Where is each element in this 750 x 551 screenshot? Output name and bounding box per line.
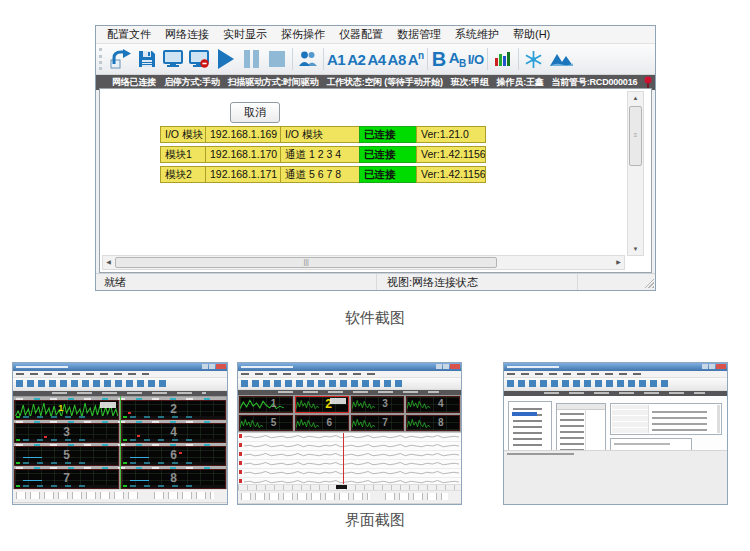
view-an-button[interactable]: An [407, 51, 425, 68]
status-text-chips [544, 392, 705, 394]
thumbnail-config-screen [503, 362, 728, 505]
gate-info-box [100, 402, 116, 408]
view-a4-button[interactable]: A4 [366, 51, 386, 68]
menu-flaw-operation[interactable]: 探伤操作 [274, 27, 332, 42]
cell-channels: 通道 1 2 3 4 [280, 146, 360, 163]
trace-row [238, 433, 461, 442]
scroll-up-arrow[interactable]: ▲ [628, 92, 643, 104]
view-a8-button[interactable]: A8 [387, 51, 407, 68]
thumb1-channel-grid: 1 2 3 4 5 [13, 396, 227, 489]
users-glyph [297, 50, 319, 68]
center-divider-line [120, 396, 121, 489]
trace-line [244, 470, 459, 476]
menu-text-chips [507, 373, 645, 375]
network-connect-icon[interactable] [160, 46, 186, 72]
channel-panel-4: 4 [121, 423, 226, 443]
an-main: A [408, 51, 418, 68]
view-a2-button[interactable]: A2 [346, 51, 366, 68]
thumb1-menu-row [13, 371, 227, 378]
view-b-button[interactable]: B [430, 48, 448, 71]
panel-number: 5 [271, 418, 277, 428]
start-icon[interactable] [212, 46, 238, 72]
red-marker [239, 443, 242, 447]
thumb2-title-text [241, 366, 293, 368]
vertical-scroll-thumb[interactable]: ≡ [629, 106, 642, 166]
menu-realtime-display[interactable]: 实时显示 [216, 27, 274, 42]
cursor-line-red [343, 433, 344, 484]
channel-panel-2: 2 [121, 400, 226, 420]
users-icon[interactable] [295, 46, 321, 72]
window-status-bar: 就绪 视图:网络连接状态 [96, 273, 655, 290]
thumb1-control-bar [13, 489, 227, 502]
horizontal-scrollbar[interactable]: ◀ ||| ▶ [102, 255, 625, 270]
trace-row [238, 442, 461, 451]
toolbar: A1 A2 A4 A8 An B AB I/O [96, 44, 655, 75]
panel-bottom-strip [15, 416, 118, 419]
toolbar-icon-chips [507, 380, 668, 387]
close-icon [216, 364, 226, 369]
cell-status: 已连接 [359, 166, 417, 183]
green-chip [123, 485, 127, 487]
table-row[interactable]: I/O 模块 192.168.1.169 I/O 模块 已连接 Ver:1.21… [160, 126, 486, 143]
network-disconnect-icon[interactable] [186, 46, 212, 72]
menu-network[interactable]: 网络连接 [158, 27, 216, 42]
thumb2-status-strip [238, 390, 461, 395]
menu-config-file[interactable]: 配置文件 [100, 27, 158, 42]
red-marker [179, 452, 182, 454]
minimize-icon [436, 364, 442, 369]
green-chip [16, 439, 20, 441]
thumb3-menu-row [504, 371, 727, 378]
cancel-button[interactable]: 取消 [230, 102, 280, 123]
pause-icon[interactable] [238, 46, 264, 72]
vertical-scrollbar[interactable]: ▲ ≡ ▼ [627, 91, 644, 256]
view-a1-button[interactable]: A1 [326, 51, 346, 68]
notes-text-chip [614, 443, 670, 445]
view-ab-button[interactable]: AB [448, 49, 467, 69]
thumb3-window-buttons [702, 364, 726, 369]
scroll-down-arrow[interactable]: ▼ [628, 243, 643, 255]
trace-line [244, 461, 459, 467]
property-label-column [612, 405, 649, 433]
channel-panel-7: 7 [14, 469, 119, 489]
table-row[interactable]: 模块1 192.168.1.170 通道 1 2 3 4 已连接 Ver:1.4… [160, 146, 486, 163]
scroll-right-arrow[interactable]: ▶ [613, 256, 624, 269]
io-button[interactable]: I/O [467, 52, 485, 67]
green-chip [16, 462, 20, 464]
snowflake-glyph [524, 50, 543, 69]
trace-row [238, 451, 461, 460]
scroll-left-arrow[interactable]: ◀ [103, 256, 114, 269]
spectrum-icon[interactable] [547, 46, 576, 72]
channel-panel-8: 8 [406, 415, 460, 432]
menu-instrument-config[interactable]: 仪器配置 [332, 27, 390, 42]
open-icon[interactable] [108, 46, 134, 72]
table-row[interactable]: 模块2 192.168.1.171 通道 5 6 7 8 已连接 Ver:1.4… [160, 166, 486, 183]
toolbar-separator [518, 48, 519, 70]
channel-panel-3: 3 [14, 423, 119, 443]
maximize-icon [209, 364, 215, 369]
start-glyph [216, 48, 235, 70]
panel-bottom-strip [122, 416, 225, 419]
teal-chips [130, 462, 192, 464]
thumb2-toolbar [238, 378, 461, 390]
menu-help[interactable]: 帮助(H) [506, 27, 557, 42]
thumb2-title-bar [238, 363, 461, 371]
thumb1-title-text [16, 366, 68, 368]
status-view: 视图:网络连接状态 [377, 274, 578, 290]
waveform-green [240, 398, 284, 410]
resize-grip[interactable] [643, 277, 654, 288]
snowflake-icon[interactable] [521, 46, 547, 72]
tree-selected-item [512, 412, 537, 416]
teal-chips [130, 416, 192, 418]
panel-number: 6 [326, 418, 332, 428]
save-icon[interactable] [134, 46, 160, 72]
table-header [557, 404, 605, 410]
cell-version: Ver:1.42.1156 [416, 166, 486, 183]
bar-chart-icon[interactable] [490, 46, 516, 72]
menu-system-maintenance[interactable]: 系统维护 [448, 27, 506, 42]
stop-icon[interactable] [264, 46, 290, 72]
cell-module-name: I/O 模块 [160, 126, 206, 143]
property-value-chips [652, 407, 707, 431]
horizontal-scroll-thumb[interactable]: ||| [115, 257, 497, 268]
menu-data-management[interactable]: 数据管理 [390, 27, 448, 42]
cell-ip: 192.168.1.170 [205, 146, 281, 163]
